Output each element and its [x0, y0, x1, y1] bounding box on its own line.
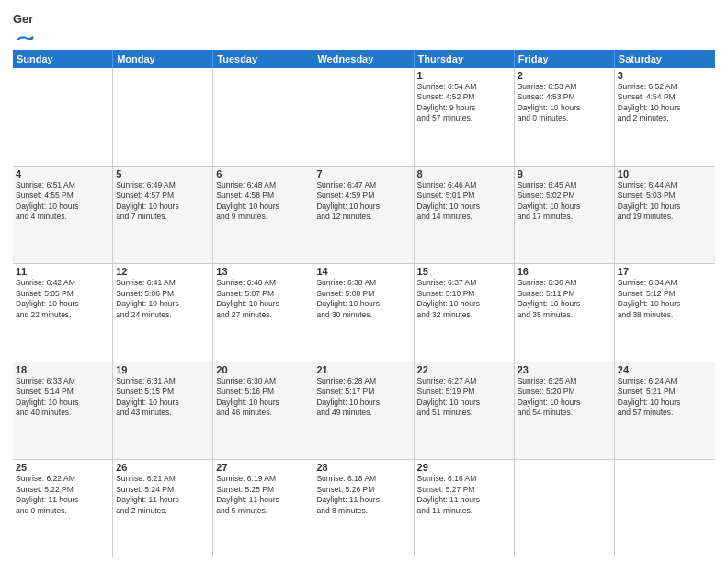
day-info: Sunrise: 6:16 AMSunset: 5:27 PMDaylight:… [417, 474, 511, 516]
day-number: 20 [216, 364, 310, 375]
calendar-cell: 26Sunrise: 6:21 AMSunset: 5:24 PMDayligh… [113, 460, 213, 557]
day-number: 22 [417, 364, 511, 375]
calendar-cell: 6Sunrise: 6:48 AMSunset: 4:58 PMDaylight… [213, 167, 313, 264]
calendar-cell [213, 68, 313, 166]
header-day-thursday: Thursday [415, 50, 515, 68]
logo: General [13, 9, 35, 44]
day-number: 2 [518, 70, 611, 81]
day-info: Sunrise: 6:18 AMSunset: 5:26 PMDaylight:… [316, 474, 410, 516]
calendar-cell: 23Sunrise: 6:25 AMSunset: 5:20 PMDayligh… [515, 362, 615, 460]
day-number: 26 [116, 462, 210, 473]
day-info: Sunrise: 6:34 AMSunset: 5:12 PMDaylight:… [618, 278, 712, 320]
day-number: 4 [16, 168, 109, 179]
day-number: 28 [316, 462, 410, 473]
day-number: 9 [518, 168, 611, 179]
calendar-cell: 29Sunrise: 6:16 AMSunset: 5:27 PMDayligh… [415, 460, 515, 557]
day-number: 7 [316, 168, 410, 179]
calendar-cell: 11Sunrise: 6:42 AMSunset: 5:05 PMDayligh… [13, 264, 113, 362]
calendar-cell: 12Sunrise: 6:41 AMSunset: 5:06 PMDayligh… [113, 264, 213, 362]
day-number: 11 [16, 266, 109, 277]
calendar-cell [615, 460, 715, 557]
day-number: 5 [116, 168, 210, 179]
calendar-cell [313, 68, 414, 166]
day-info: Sunrise: 6:21 AMSunset: 5:24 PMDaylight:… [116, 474, 210, 516]
day-number: 23 [518, 364, 611, 375]
svg-text:General: General [13, 12, 33, 26]
day-info: Sunrise: 6:37 AMSunset: 5:10 PMDaylight:… [417, 278, 511, 320]
day-number: 16 [518, 266, 611, 277]
calendar-cell [13, 68, 113, 166]
day-info: Sunrise: 6:36 AMSunset: 5:11 PMDaylight:… [518, 278, 611, 320]
calendar-cell: 4Sunrise: 6:51 AMSunset: 4:55 PMDaylight… [13, 167, 113, 264]
calendar-row: 1Sunrise: 6:54 AMSunset: 4:52 PMDaylight… [13, 68, 715, 167]
calendar-row: 11Sunrise: 6:42 AMSunset: 5:05 PMDayligh… [13, 264, 715, 362]
day-info: Sunrise: 6:44 AMSunset: 5:03 PMDaylight:… [618, 180, 712, 223]
day-number: 13 [216, 266, 310, 277]
calendar-cell: 13Sunrise: 6:40 AMSunset: 5:07 PMDayligh… [213, 264, 313, 362]
day-number: 6 [216, 168, 310, 179]
calendar-row: 18Sunrise: 6:33 AMSunset: 5:14 PMDayligh… [13, 362, 715, 461]
day-number: 3 [618, 70, 712, 81]
day-number: 19 [116, 364, 210, 375]
day-number: 24 [618, 364, 712, 375]
calendar-cell: 20Sunrise: 6:30 AMSunset: 5:16 PMDayligh… [213, 362, 313, 460]
header-day-saturday: Saturday [615, 50, 715, 68]
calendar-cell [113, 68, 213, 166]
day-number: 27 [216, 462, 310, 473]
calendar-cell: 27Sunrise: 6:19 AMSunset: 5:25 PMDayligh… [213, 460, 313, 557]
calendar-body: 1Sunrise: 6:54 AMSunset: 4:52 PMDaylight… [13, 68, 715, 557]
calendar-cell: 9Sunrise: 6:45 AMSunset: 5:02 PMDaylight… [515, 167, 615, 264]
day-number: 25 [16, 462, 109, 473]
calendar-cell: 2Sunrise: 6:53 AMSunset: 4:53 PMDaylight… [515, 68, 615, 166]
calendar-cell: 10Sunrise: 6:44 AMSunset: 5:03 PMDayligh… [615, 167, 715, 264]
day-info: Sunrise: 6:28 AMSunset: 5:17 PMDaylight:… [316, 376, 410, 419]
header: General [13, 9, 715, 44]
calendar-cell: 14Sunrise: 6:38 AMSunset: 5:08 PMDayligh… [313, 264, 414, 362]
calendar-cell: 7Sunrise: 6:47 AMSunset: 4:59 PMDaylight… [313, 167, 414, 264]
day-number: 17 [618, 266, 712, 277]
calendar-cell: 18Sunrise: 6:33 AMSunset: 5:14 PMDayligh… [13, 362, 113, 460]
day-info: Sunrise: 6:19 AMSunset: 5:25 PMDaylight:… [216, 474, 310, 516]
header-day-sunday: Sunday [13, 50, 113, 68]
calendar-header: SundayMondayTuesdayWednesdayThursdayFrid… [13, 50, 715, 68]
calendar-cell: 3Sunrise: 6:52 AMSunset: 4:54 PMDaylight… [615, 68, 715, 166]
day-info: Sunrise: 6:48 AMSunset: 4:58 PMDaylight:… [216, 180, 310, 223]
day-info: Sunrise: 6:22 AMSunset: 5:22 PMDaylight:… [16, 474, 109, 516]
day-info: Sunrise: 6:38 AMSunset: 5:08 PMDaylight:… [316, 278, 410, 320]
day-number: 15 [417, 266, 511, 277]
calendar-cell: 5Sunrise: 6:49 AMSunset: 4:57 PMDaylight… [113, 167, 213, 264]
day-info: Sunrise: 6:45 AMSunset: 5:02 PMDaylight:… [518, 180, 611, 223]
day-info: Sunrise: 6:53 AMSunset: 4:53 PMDaylight:… [518, 82, 611, 124]
calendar-cell: 28Sunrise: 6:18 AMSunset: 5:26 PMDayligh… [313, 460, 414, 557]
header-day-friday: Friday [515, 50, 615, 68]
calendar-row: 4Sunrise: 6:51 AMSunset: 4:55 PMDaylight… [13, 167, 715, 265]
calendar-cell: 8Sunrise: 6:46 AMSunset: 5:01 PMDaylight… [415, 167, 515, 264]
day-number: 8 [417, 168, 511, 179]
day-info: Sunrise: 6:46 AMSunset: 5:01 PMDaylight:… [417, 180, 511, 223]
day-number: 14 [316, 266, 410, 277]
calendar-row: 25Sunrise: 6:22 AMSunset: 5:22 PMDayligh… [13, 460, 715, 557]
calendar-cell [515, 460, 615, 557]
calendar: SundayMondayTuesdayWednesdayThursdayFrid… [13, 50, 715, 557]
day-info: Sunrise: 6:40 AMSunset: 5:07 PMDaylight:… [216, 278, 310, 320]
day-info: Sunrise: 6:27 AMSunset: 5:19 PMDaylight:… [417, 376, 511, 419]
day-number: 18 [16, 364, 109, 375]
day-info: Sunrise: 6:47 AMSunset: 4:59 PMDaylight:… [316, 180, 410, 223]
page: General SundayMondayTuesdayWednesdayThur… [0, 0, 728, 563]
calendar-cell: 22Sunrise: 6:27 AMSunset: 5:19 PMDayligh… [415, 362, 515, 460]
day-info: Sunrise: 6:51 AMSunset: 4:55 PMDaylight:… [16, 180, 109, 223]
header-day-tuesday: Tuesday [213, 50, 313, 68]
day-info: Sunrise: 6:49 AMSunset: 4:57 PMDaylight:… [116, 180, 210, 223]
day-info: Sunrise: 6:25 AMSunset: 5:20 PMDaylight:… [518, 376, 611, 419]
calendar-cell: 17Sunrise: 6:34 AMSunset: 5:12 PMDayligh… [615, 264, 715, 362]
logo-bird-icon [15, 33, 35, 48]
day-info: Sunrise: 6:31 AMSunset: 5:15 PMDaylight:… [116, 376, 210, 419]
calendar-cell: 24Sunrise: 6:24 AMSunset: 5:21 PMDayligh… [615, 362, 715, 460]
day-number: 10 [618, 168, 712, 179]
header-day-monday: Monday [113, 50, 213, 68]
day-number: 21 [316, 364, 410, 375]
day-number: 29 [417, 462, 511, 473]
calendar-cell: 16Sunrise: 6:36 AMSunset: 5:11 PMDayligh… [515, 264, 615, 362]
day-info: Sunrise: 6:30 AMSunset: 5:16 PMDaylight:… [216, 376, 310, 419]
day-info: Sunrise: 6:54 AMSunset: 4:52 PMDaylight:… [417, 82, 511, 124]
